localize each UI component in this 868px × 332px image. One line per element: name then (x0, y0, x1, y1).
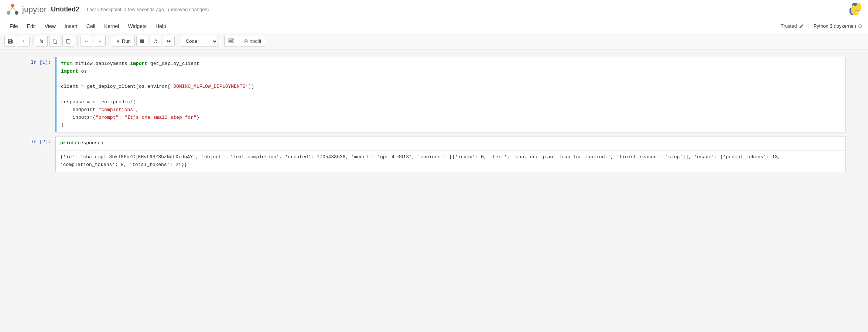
move-up-button[interactable] (81, 36, 92, 47)
cut-button[interactable] (36, 36, 48, 47)
stop-icon (140, 39, 144, 43)
restart-icon (153, 39, 158, 44)
nbdiff-icon (244, 39, 248, 44)
menu-cell[interactable]: Cell (83, 22, 99, 31)
svg-rect-10 (233, 39, 234, 40)
toolbar-sep-3 (109, 37, 109, 46)
python-logo-icon (849, 2, 862, 15)
menu-bar: File Edit View Insert Cell Kernel Widget… (0, 19, 868, 33)
fast-forward-icon (166, 39, 171, 44)
save-icon (7, 38, 13, 44)
toolbar-sep-2 (77, 37, 78, 46)
svg-point-17 (245, 41, 247, 42)
trusted-badge: Trusted (781, 23, 804, 29)
copy-button[interactable] (49, 36, 61, 47)
toolbar-sep-4 (178, 37, 178, 46)
add-icon: + (22, 38, 25, 44)
restart-all-button[interactable] (163, 36, 175, 47)
svg-rect-9 (232, 39, 233, 40)
jupyter-logo-icon (6, 3, 19, 16)
run-icon (116, 39, 120, 44)
cell-1-label: In [1]: (22, 57, 55, 65)
add-cell-button[interactable]: + (18, 36, 30, 47)
top-bar-left: jupyter Untitled2 Last Checkpoint: a few… (6, 3, 209, 16)
cell-1-code[interactable]: from mlflow.deployments import get_deplo… (57, 57, 845, 132)
nbdiff-label: nbdiff (250, 38, 262, 44)
jupyter-label: jupyter (22, 5, 47, 14)
svg-point-2 (15, 11, 18, 14)
toolbar: + Run Code nbdiff (0, 33, 868, 49)
svg-rect-13 (231, 40, 232, 41)
kernel-status-circle (858, 24, 862, 28)
notebook-title[interactable]: Untitled2 (51, 6, 79, 13)
svg-point-3 (853, 5, 854, 6)
stop-button[interactable] (136, 36, 148, 47)
cell-2-output: {'id': 'chatcmpl-8hkl86bZCjKHvL6SZSbZNgF… (56, 150, 845, 172)
notebook-container: In [1]: from mlflow.deployments import g… (0, 49, 868, 332)
restart-button[interactable] (150, 36, 161, 47)
cell-2-code[interactable]: print(response) (56, 136, 845, 150)
arrow-down-icon (97, 39, 102, 44)
cell-2-content[interactable]: print(response) {'id': 'chatcmpl-8hkl86b… (55, 136, 846, 172)
menu-file[interactable]: File (6, 22, 22, 31)
menu-items: File Edit View Insert Cell Kernel Widget… (6, 22, 170, 31)
menu-right: Trusted Python 3 (ipykernel) (781, 23, 862, 29)
svg-rect-15 (229, 41, 233, 42)
cell-type-select[interactable]: Code (181, 36, 218, 47)
menu-view[interactable]: View (41, 22, 59, 31)
kernel-name: Python 3 (ipykernel) (813, 23, 856, 29)
svg-point-4 (857, 12, 858, 13)
trusted-label: Trusted (781, 23, 797, 29)
svg-point-0 (11, 4, 14, 7)
menu-edit[interactable]: Edit (23, 22, 40, 31)
svg-rect-14 (232, 40, 233, 41)
menu-widgets[interactable]: Widgets (124, 22, 150, 31)
paste-icon (66, 39, 71, 44)
jupyter-logo: jupyter (6, 3, 47, 16)
svg-rect-6 (229, 39, 229, 40)
checkpoint-text: Last Checkpoint: a few seconds ago (unsa… (87, 7, 209, 12)
copy-icon (52, 39, 58, 44)
pencil-icon (799, 24, 804, 29)
arrow-up-icon (84, 39, 89, 44)
cell-1-wrapper: In [1]: from mlflow.deployments import g… (22, 57, 846, 132)
cell-2-label: In [2]: (22, 136, 55, 145)
keyboard-icon (228, 38, 234, 43)
toolbar-sep-5 (221, 37, 221, 46)
cell-1-content[interactable]: from mlflow.deployments import get_deplo… (55, 57, 846, 132)
menu-kernel[interactable]: Kernel (100, 22, 123, 31)
nbdiff-button[interactable]: nbdiff (240, 36, 266, 47)
svg-point-1 (7, 11, 10, 14)
svg-rect-12 (230, 40, 231, 41)
save-button[interactable] (4, 36, 16, 47)
python-logo-area (849, 2, 862, 17)
svg-rect-7 (230, 39, 230, 40)
toolbar-sep-1 (33, 37, 33, 46)
top-bar: jupyter Untitled2 Last Checkpoint: a few… (0, 0, 868, 19)
paste-button[interactable] (62, 36, 74, 47)
move-down-button[interactable] (94, 36, 106, 47)
menu-insert[interactable]: Insert (61, 22, 81, 31)
run-button[interactable]: Run (112, 36, 135, 47)
svg-rect-11 (229, 40, 230, 41)
cell-2-wrapper: In [2]: print(response) {'id': 'chatcmpl… (22, 136, 846, 172)
cut-icon (39, 39, 44, 44)
svg-rect-8 (231, 39, 232, 40)
kernel-info: Python 3 (ipykernel) (809, 23, 862, 29)
keyboard-button[interactable] (224, 36, 238, 47)
run-label: Run (122, 38, 131, 44)
menu-help[interactable]: Help (152, 22, 170, 31)
